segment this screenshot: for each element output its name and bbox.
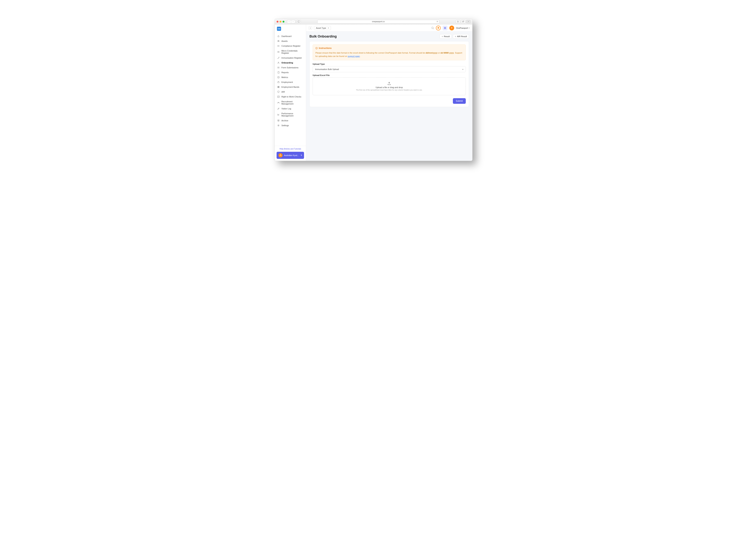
svg-point-49 (316, 49, 317, 49)
search-icon[interactable] (431, 27, 434, 29)
sidebar-item-label: Compliance Register (281, 45, 301, 47)
sidebar-item-reports[interactable]: Reports (275, 70, 306, 75)
browser-window: ‹ › onepassport.co ⟳ + ONE DashboardAsse (275, 19, 472, 161)
sidebar-item-settings[interactable]: Settings (275, 123, 306, 128)
svg-rect-35 (278, 121, 279, 121)
sidebar-item-label: Assets (281, 40, 288, 42)
sidebar-item-label: Employment (281, 81, 293, 83)
new-tab-button[interactable]: + (466, 20, 470, 23)
sidebar-item-label: Immunisation Register (281, 57, 302, 59)
check-icon (277, 96, 280, 98)
share-button[interactable] (456, 20, 460, 23)
svg-point-6 (279, 40, 279, 41)
sidebar-item-dashboard[interactable]: Dashboard (275, 34, 306, 38)
submit-button[interactable]: Submit (453, 98, 466, 104)
pencil-icon (277, 108, 280, 110)
svg-rect-45 (444, 28, 445, 29)
maximize-window-icon[interactable] (283, 21, 284, 23)
back-button[interactable]: ‹ (287, 20, 291, 23)
result-button[interactable]: ≡ Result (440, 34, 452, 38)
people-icon (277, 40, 280, 42)
sidebar-item-label: Visitor Log (281, 108, 291, 110)
asset-type-select[interactable]: Asset Type ▾ (314, 26, 331, 30)
sidebar-toggle-button[interactable] (297, 20, 301, 23)
svg-point-33 (279, 102, 279, 103)
archive-icon (277, 119, 280, 122)
svg-rect-0 (298, 21, 300, 22)
app-root: ONE DashboardAssetsCompliance RegisterMi… (275, 24, 472, 161)
syringe-icon (277, 57, 280, 59)
sidebar-item-compliance-register[interactable]: Compliance Register (275, 44, 306, 48)
url-bar[interactable]: onepassport.co ⟳ (317, 20, 439, 24)
svg-rect-30 (278, 87, 279, 88)
sidebar-item-employment[interactable]: Employment (275, 80, 306, 85)
sidebar-item-label: Micro-Credentials Register (281, 50, 303, 54)
list-icon (277, 45, 280, 47)
sidebar-item-label: Recruitment Management (281, 101, 303, 105)
chevron-down-icon: ▾ (469, 27, 470, 29)
sidebar-item-label: AIR (281, 91, 285, 93)
org-switcher[interactable]: Australian Kyud... ⇅ (277, 152, 304, 159)
svg-point-39 (281, 156, 281, 156)
topbar: + Asset Type ▾ T On (306, 24, 472, 31)
sidebar-item-recruitment-management[interactable]: Recruitment Management (275, 99, 306, 106)
sidebar-item-air[interactable]: AIR (275, 89, 306, 94)
sidebar-item-employment-bands[interactable]: Employment Bands (275, 85, 306, 89)
svg-rect-29 (278, 87, 279, 87)
group-icon (277, 102, 280, 104)
sidebar-item-metrics[interactable]: Metrics (275, 75, 306, 80)
upload-file-label: Upload Excel File (313, 74, 466, 76)
svg-point-32 (278, 102, 279, 103)
svg-point-24 (278, 68, 278, 68)
content: Instructions Please ensure that the date… (306, 41, 472, 110)
upload-type-select[interactable]: Immunisation Bulk Upload ▾ (313, 66, 466, 72)
clock-icon (277, 76, 280, 78)
svg-point-10 (278, 45, 278, 46)
sidebar-item-micro-credentials-register[interactable]: Micro-Credentials Register (275, 48, 306, 55)
notification-button[interactable] (436, 26, 441, 30)
support-page-link[interactable]: support page (348, 55, 360, 57)
svg-rect-31 (278, 96, 279, 98)
upload-type-value: Immunisation Bulk Upload (315, 68, 339, 70)
sidebar-footer: Help Articles and Tutorials Australian K… (275, 146, 306, 161)
sidebar-item-right-to-work-checks[interactable]: Right to Work Checks (275, 94, 306, 99)
sidebar-item-assets[interactable]: Assets (275, 38, 306, 44)
svg-point-19 (278, 62, 279, 63)
sidebar-item-visitor-log[interactable]: Visitor Log (275, 106, 306, 111)
apps-button[interactable] (443, 26, 447, 30)
nav-list: DashboardAssetsCompliance RegisterMicro-… (275, 33, 306, 146)
sidebar-item-form-submissions[interactable]: Form Submissions (275, 65, 306, 70)
list-icon: ≡ (442, 35, 443, 37)
sidebar-item-label: Form Submissions (281, 66, 299, 69)
asset-type-label: Asset Type (316, 27, 326, 29)
reload-icon[interactable]: ⟳ (437, 21, 438, 23)
air-result-button[interactable]: ≡ AIR Result (453, 34, 469, 38)
sidebar-item-onboarding[interactable]: Onboarding (275, 60, 306, 65)
logo[interactable]: ONE (275, 24, 306, 33)
sidebar-item-archive[interactable]: Archive (275, 118, 306, 123)
instructions-panel: Instructions Please ensure that the date… (313, 45, 466, 60)
user-menu[interactable]: OnePassport ▾ (456, 27, 470, 29)
tabs-button[interactable] (461, 20, 465, 23)
list-icon (277, 66, 280, 69)
close-window-icon[interactable] (277, 21, 279, 23)
new-button[interactable]: + (309, 26, 312, 30)
svg-point-42 (438, 29, 438, 29)
list-icon (277, 51, 280, 53)
minimize-window-icon[interactable] (280, 21, 281, 23)
help-link[interactable]: Help Articles and Tutorials (277, 148, 304, 150)
sidebar-item-immunisation-register[interactable]: Immunisation Register (275, 55, 306, 60)
org-name: Australian Kyud... (284, 154, 299, 156)
sidebar-item-label: Employment Bands (281, 86, 299, 88)
org-avatar-icon (279, 153, 283, 157)
dropzone-subtitle: The first row of the spreadsheet must ha… (356, 89, 422, 91)
upload-icon (387, 82, 391, 85)
sidebar-item-label: Onboarding (281, 61, 293, 64)
sidebar-item-performance-management[interactable]: Performance Management (275, 111, 306, 118)
forward-button[interactable]: › (291, 20, 295, 23)
file-dropzone[interactable]: Upload a file or drag and drop The first… (313, 77, 466, 95)
user-avatar[interactable]: T (449, 26, 454, 30)
page-header: Bulk Onboarding ≡ Result ≡ AIR Result (306, 31, 472, 41)
sidebar-item-label: Reports (281, 71, 289, 74)
window-controls (277, 21, 284, 23)
